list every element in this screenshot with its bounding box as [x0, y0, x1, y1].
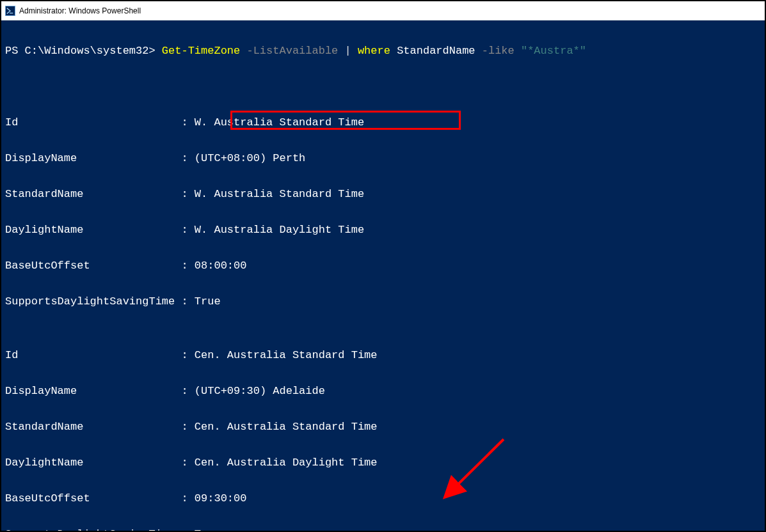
filter-cmdlet: where [358, 45, 390, 57]
filter-property: StandardName [397, 45, 475, 57]
prop-label: SupportsDaylightSavingTime [5, 528, 181, 531]
colon: : [181, 349, 194, 361]
prop-value: 09:30:00 [195, 492, 247, 505]
prop-value: (UTC+09:30) Adelaide [195, 385, 325, 397]
output-row: BaseUtcOffset : 09:30:00 [5, 490, 761, 508]
filter-operator: -like [482, 45, 515, 57]
output-row: DaylightName : Cen. Australia Daylight T… [5, 454, 761, 472]
prop-label: SupportsDaylightSavingTime [5, 295, 181, 308]
colon: : [181, 457, 194, 469]
pipe: | [345, 45, 351, 57]
output-row: Id : Cen. Australia Standard Time [5, 347, 761, 364]
parameter: -ListAvailable [246, 45, 338, 57]
prompt: PS C:\Windows\system32> [5, 45, 156, 57]
colon: : [181, 528, 194, 531]
prop-label: BaseUtcOffset [5, 492, 181, 505]
prop-label: DisplayName [5, 152, 181, 164]
prop-label: DisplayName [5, 385, 181, 397]
output-row: SupportsDaylightSavingTime : True [5, 293, 761, 311]
prop-value: 08:00:00 [195, 260, 247, 272]
prop-label: DaylightName [5, 457, 181, 469]
output-row: BaseUtcOffset : 08:00:00 [5, 257, 761, 275]
colon: : [181, 421, 194, 433]
output-row: DisplayName : (UTC+08:00) Perth [5, 150, 761, 168]
filter-value: "*Austra*" [521, 45, 586, 57]
colon: : [181, 260, 194, 272]
prop-label: Id [5, 116, 181, 129]
powershell-icon [5, 6, 15, 16]
window-titlebar: Administrator: Windows PowerShell [1, 1, 765, 20]
terminal-pane[interactable]: PS C:\Windows\system32> Get-TimeZone -Li… [1, 20, 765, 531]
output-row: StandardName : Cen. Australia Standard T… [5, 418, 761, 436]
prop-value: W. Australia Standard Time [195, 188, 364, 200]
colon: : [181, 224, 194, 236]
cmdlet: Get-TimeZone [162, 45, 240, 57]
output-row: Id : W. Australia Standard Time [5, 114, 761, 132]
colon: : [181, 152, 194, 164]
prop-value: W. Australia Standard Time [195, 116, 364, 129]
colon: : [181, 116, 194, 129]
prop-value: True [195, 528, 221, 531]
prop-value: True [195, 295, 221, 308]
prop-value: Cen. Australia Daylight Time [195, 457, 378, 469]
colon: : [181, 295, 194, 308]
prop-label: BaseUtcOffset [5, 260, 181, 272]
prop-value: Cen. Australia Standard Time [195, 349, 378, 361]
prop-label: StandardName [5, 188, 181, 200]
prop-label: DaylightName [5, 224, 181, 236]
prop-label: StandardName [5, 421, 181, 433]
colon: : [181, 385, 194, 397]
colon: : [181, 492, 194, 505]
output-row: StandardName : W. Australia Standard Tim… [5, 185, 761, 203]
prop-value: Cen. Australia Standard Time [195, 421, 378, 433]
command-line-1: PS C:\Windows\system32> Get-TimeZone -Li… [5, 42, 761, 60]
output-row: DaylightName : W. Australia Daylight Tim… [5, 221, 761, 239]
output-row: SupportsDaylightSavingTime : True [5, 526, 761, 531]
prop-label: Id [5, 349, 181, 361]
window-title: Administrator: Windows PowerShell [19, 6, 141, 15]
prop-value: (UTC+08:00) Perth [195, 152, 305, 164]
prop-value: W. Australia Daylight Time [195, 224, 364, 236]
colon: : [181, 188, 194, 200]
output-row: DisplayName : (UTC+09:30) Adelaide [5, 382, 761, 400]
